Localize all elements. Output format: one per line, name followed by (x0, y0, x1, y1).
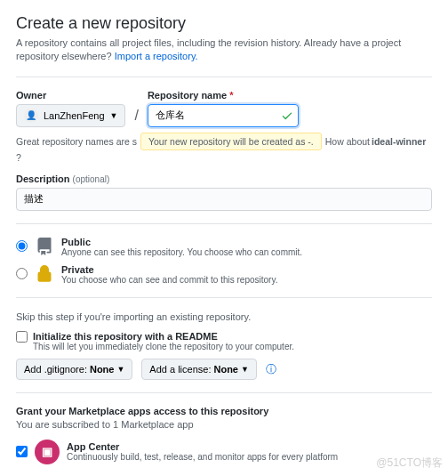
init-readme-checkbox[interactable] (16, 331, 28, 343)
description-input[interactable] (16, 188, 432, 211)
owner-repo-separator: / (132, 108, 140, 127)
repo-name-label: Repository name * (148, 90, 299, 101)
owner-selected: LanZhenFeng (44, 110, 105, 121)
divider (16, 297, 432, 298)
app-center-desc: Continuously build, test, release, and m… (67, 452, 338, 462)
divider (16, 77, 432, 77)
init-readme-desc: This will let you immediately clone the … (33, 342, 294, 351)
repo-icon (35, 237, 54, 256)
repo-name-tooltip: Your new repository will be created as -… (140, 133, 322, 150)
caret-down-icon: ▼ (116, 365, 124, 374)
owner-avatar-icon: 👤 (24, 109, 38, 123)
private-desc: You choose who can see and commit to thi… (61, 275, 277, 285)
gitignore-dropdown[interactable]: Add .gitignore: None ▼ (16, 359, 132, 380)
check-icon (281, 109, 293, 122)
divider (16, 392, 432, 393)
public-label: Public (61, 237, 302, 247)
watermark: @51CTO博客 (376, 456, 443, 471)
app-center-icon: ▣ (35, 440, 60, 464)
app-center-name: App Center (67, 441, 338, 452)
visibility-public-radio[interactable] (16, 240, 28, 252)
repo-name-suggestion[interactable]: ideal-winner (372, 136, 426, 147)
import-repository-link[interactable]: Import a repository. (115, 51, 198, 61)
divider (16, 223, 432, 224)
lock-icon (35, 264, 54, 284)
init-readme-label: Initialize this repository with a README (33, 331, 294, 342)
page-title: Create a new repository (16, 14, 432, 33)
owner-label: Owner (16, 90, 125, 101)
public-desc: Anyone can see this repository. You choo… (61, 247, 302, 257)
visibility-private-radio[interactable] (16, 268, 28, 279)
caret-down-icon: ▼ (110, 111, 118, 120)
repository-name-input[interactable] (148, 104, 299, 127)
marketplace-subtext: You are subscribed to 1 Marketplace app (16, 418, 432, 432)
skip-import-text: Skip this step if you're importing an ex… (16, 311, 432, 324)
page-subtitle: A repository contains all project files,… (16, 36, 432, 64)
description-label: Description (optional) (16, 173, 432, 184)
repo-name-hint: Great repository names are s Your new re… (16, 133, 432, 163)
app-center-checkbox[interactable] (16, 446, 28, 457)
owner-dropdown[interactable]: 👤 LanZhenFeng ▼ (16, 104, 125, 127)
info-icon[interactable]: ⓘ (266, 362, 276, 377)
marketplace-heading: Grant your Marketplace apps access to th… (16, 406, 432, 416)
license-dropdown[interactable]: Add a license: None ▼ (141, 359, 257, 380)
private-label: Private (61, 264, 277, 275)
caret-down-icon: ▼ (241, 365, 249, 374)
